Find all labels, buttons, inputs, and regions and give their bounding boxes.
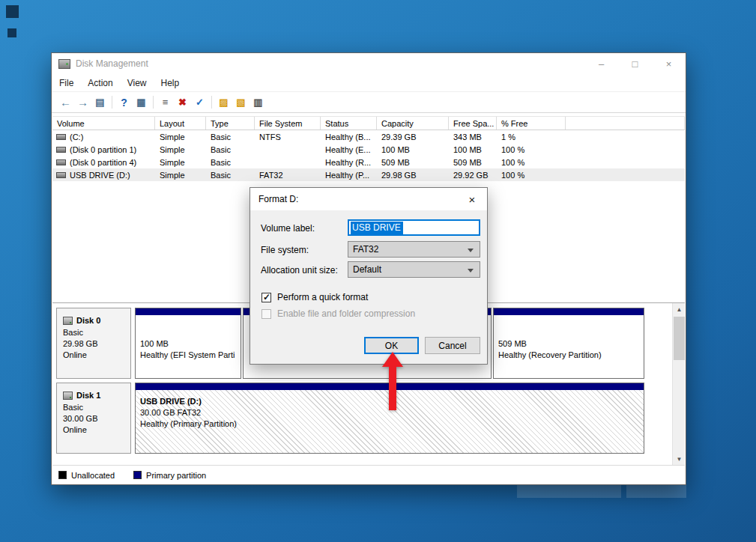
header-capacity[interactable]: Capacity [377, 117, 449, 130]
cell-capacity: 29.39 GB [377, 133, 449, 141]
forward-icon[interactable]: → [74, 95, 91, 110]
vertical-scrollbar[interactable]: ▲ ▼ [672, 303, 685, 466]
cell-pct-free: 100 % [497, 171, 566, 180]
menu-help[interactable]: Help [154, 75, 187, 91]
primary-partition-swatch [133, 471, 142, 479]
volume-row-c[interactable]: (C:) Simple Basic NTFS Healthy (B... 29.… [52, 130, 685, 143]
cell-layout: Simple [155, 171, 206, 180]
legend-label: Unallocated [71, 471, 115, 480]
disk-status: Online [63, 350, 130, 361]
disk-1-label[interactable]: Disk 1 Basic 30.00 GB Online [56, 383, 131, 454]
legend-label: Primary partition [146, 471, 206, 480]
cell-type: Basic [206, 145, 255, 154]
disk-status: Online [63, 424, 130, 436]
disk-size: 29.98 GB [63, 338, 130, 350]
cell-status: Healthy (P... [321, 171, 377, 180]
cell-pct-free: 100 % [497, 158, 566, 167]
cell-status: Healthy (R... [321, 158, 377, 167]
partition-size: 509 MB [498, 338, 641, 350]
partition-efi[interactable]: 100 MB Healthy (EFI System Parti [135, 308, 241, 379]
cell-type: Basic [206, 171, 255, 180]
cell-free: 100 MB [449, 145, 497, 154]
legend-item-unallocated: Unallocated [58, 471, 115, 480]
disk-size: 30.00 GB [63, 413, 130, 424]
quick-format-checkbox[interactable] [261, 293, 271, 302]
help-icon[interactable]: ? [115, 95, 133, 110]
back-icon[interactable]: ← [57, 95, 74, 110]
cell-free: 343 MB [449, 133, 497, 141]
scrollbar-thumb[interactable] [674, 317, 685, 360]
header-free-space[interactable]: Free Spa... [449, 117, 497, 130]
header-type[interactable]: Type [206, 117, 255, 130]
partition-recovery[interactable]: 509 MB Healthy (Recovery Partition) [493, 308, 644, 379]
header-pct-free[interactable]: % Free [497, 117, 566, 130]
toolbar-separator [153, 96, 154, 109]
allocation-unit-select[interactable]: Default [348, 261, 480, 278]
cancel-button[interactable]: Cancel [425, 337, 480, 354]
partition-color-bar [136, 308, 241, 315]
menu-file[interactable]: File [52, 75, 80, 91]
partition-status: Healthy (Primary Partition) [140, 418, 641, 430]
mark-active-icon[interactable]: ✓ [191, 95, 208, 110]
disk-1-row: Disk 1 Basic 30.00 GB Online USB DRIVE (… [56, 383, 675, 454]
disk-type: Basic [63, 327, 130, 338]
partition-color-bar [494, 308, 644, 315]
volume-label-field[interactable]: USB DRIVE [348, 219, 480, 236]
volume-icon [56, 134, 66, 140]
toolbar-separator [211, 96, 212, 109]
volume-row-partition4[interactable]: (Disk 0 partition 4) Simple Basic Health… [52, 156, 685, 168]
cell-volume: (Disk 0 partition 1) [70, 145, 136, 154]
format-dialog: Format D: × Volume label: USB DRIVE File… [250, 187, 488, 365]
minimize-button[interactable]: – [584, 53, 618, 74]
disk-name: Disk 1 [76, 390, 100, 401]
volume-list: (C:) Simple Basic NTFS Healthy (B... 29.… [52, 130, 685, 181]
desktop-icon[interactable] [6, 5, 19, 18]
file-system-select[interactable]: FAT32 [348, 241, 480, 258]
disk-icon [63, 317, 73, 325]
menu-view[interactable]: View [120, 75, 154, 91]
header-file-system[interactable]: File System [255, 117, 321, 130]
legend: Unallocated Primary partition [52, 465, 685, 484]
desktop-icon[interactable] [7, 28, 16, 37]
disk-0-label[interactable]: Disk 0 Basic 29.98 GB Online [56, 308, 131, 379]
scroll-down-icon[interactable]: ▼ [673, 453, 686, 466]
window-controls: – □ × [584, 53, 686, 74]
menubar: File Action View Help [52, 74, 686, 92]
app-icon [58, 59, 70, 69]
dialog-close-icon[interactable]: × [457, 188, 487, 210]
compression-checkbox-row: Enable file and folder compression [261, 308, 415, 319]
volume-icon [56, 172, 66, 178]
cell-type: Basic [206, 133, 255, 141]
cell-fs: FAT32 [255, 171, 321, 180]
action-menu-icon[interactable]: ≡ [157, 95, 174, 110]
header-status[interactable]: Status [321, 117, 377, 130]
close-button[interactable]: × [652, 53, 686, 74]
allocation-unit-label: Allocation unit size: [261, 265, 338, 275]
menu-action[interactable]: Action [80, 75, 119, 91]
quick-format-label: Perform a quick format [277, 292, 368, 302]
desktop-highlight [517, 484, 621, 498]
properties-icon[interactable]: ▦ [133, 95, 150, 110]
toolbar-separator [112, 96, 112, 109]
allocation-unit-value: Default [353, 264, 381, 275]
delete-volume-icon[interactable]: ✖ [174, 95, 191, 110]
file-system-value: FAT32 [353, 244, 378, 255]
volume-icon [56, 147, 66, 153]
volume-icon [56, 159, 66, 165]
cell-capacity: 100 MB [377, 145, 449, 154]
new-volume-icon[interactable]: ▨ [215, 95, 232, 110]
header-volume[interactable]: Volume [52, 117, 155, 130]
maximize-button[interactable]: □ [618, 53, 652, 74]
scroll-up-icon[interactable]: ▲ [673, 303, 686, 316]
console-tree-icon[interactable]: ▤ [91, 95, 109, 110]
quick-format-checkbox-row[interactable]: Perform a quick format [261, 292, 368, 302]
legend-item-primary-partition: Primary partition [133, 471, 206, 480]
volume-row-partition1[interactable]: (Disk 0 partition 1) Simple Basic Health… [52, 143, 685, 156]
cell-free: 509 MB [449, 158, 497, 167]
header-layout[interactable]: Layout [155, 117, 206, 130]
partition-size: 100 MB [140, 338, 238, 350]
cell-volume: (Disk 0 partition 4) [70, 158, 136, 167]
view-options-icon[interactable]: ▥ [250, 95, 267, 110]
change-drive-letter-icon[interactable]: ▧ [232, 95, 250, 110]
volume-row-usb-drive[interactable]: USB DRIVE (D:) Simple Basic FAT32 Health… [52, 168, 685, 181]
